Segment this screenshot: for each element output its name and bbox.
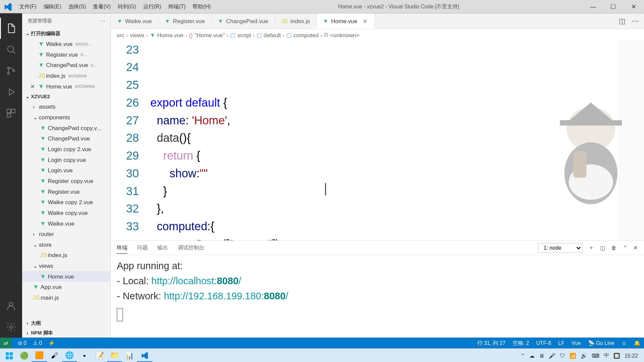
- port-icon[interactable]: ⚡: [48, 340, 55, 346]
- new-terminal-icon[interactable]: ＋: [589, 244, 594, 251]
- taskbar-app-icon[interactable]: 📝: [92, 349, 107, 362]
- tray-icon[interactable]: 🎤: [549, 353, 555, 359]
- indent-indicator[interactable]: 空格: 2: [513, 339, 529, 347]
- split-editor-icon[interactable]: ◫: [619, 17, 626, 25]
- breadcrumb[interactable]: src› views› ▼Home.vue› {}"Home.vue"› ▢sc…: [111, 29, 644, 41]
- open-editor-item[interactable]: ▼ChangePwd.vues...: [22, 60, 111, 70]
- errors-count[interactable]: ⊘ 0: [18, 340, 26, 346]
- open-editor-item[interactable]: ✕▼Home.vuesrc\views: [22, 81, 111, 92]
- taskbar-cmd-icon[interactable]: ▪: [77, 349, 92, 362]
- remote-indicator[interactable]: ⇄: [0, 338, 11, 348]
- tray-icon[interactable]: 🖥: [539, 353, 544, 359]
- taskbar-app-icon[interactable]: 🖌: [47, 349, 62, 362]
- file-item[interactable]: ▼Register copy.vue: [22, 176, 111, 186]
- debug-console-tab[interactable]: 调试控制台: [178, 242, 204, 253]
- menu-view[interactable]: 查看(V): [90, 3, 114, 10]
- file-item[interactable]: ▼Login.vue: [22, 165, 111, 176]
- split-terminal-icon[interactable]: ◫: [600, 245, 605, 251]
- editor-tab[interactable]: JSindex.js: [275, 13, 317, 29]
- problems-tab[interactable]: 问题: [137, 242, 148, 253]
- open-editor-item[interactable]: JSindex.jssrc\store: [22, 70, 111, 81]
- tray-volume-icon[interactable]: 🔊: [581, 353, 587, 359]
- editor-tab[interactable]: ▼Home.vue✕: [317, 13, 375, 29]
- menu-goto[interactable]: 转到(G): [114, 3, 140, 10]
- menu-bar: 文件(F) 编辑(E) 选择(S) 查看(V) 转到(G) 运行(R) 终端(T…: [15, 3, 214, 10]
- folder-item[interactable]: ›router: [22, 229, 111, 239]
- encoding-indicator[interactable]: UTF-8: [536, 340, 551, 346]
- taskbar-app-icon[interactable]: 🟧: [32, 349, 47, 362]
- folder-item[interactable]: ⌄components: [22, 112, 111, 123]
- file-item[interactable]: ▼App.vue: [22, 282, 111, 292]
- editor-tab[interactable]: ▼ChangePwd.vue: [212, 13, 275, 29]
- feedback-icon[interactable]: ☺: [621, 340, 627, 346]
- more-actions-icon[interactable]: ⋯: [632, 17, 639, 25]
- tray-icon[interactable]: 中: [604, 352, 609, 359]
- taskbar-vscode-icon[interactable]: [137, 349, 152, 362]
- file-item[interactable]: ▼Home.vue: [22, 271, 111, 282]
- warnings-count[interactable]: ⚠ 0: [33, 340, 42, 346]
- project-header[interactable]: ⌄XZVUE2: [22, 92, 111, 101]
- menu-edit[interactable]: 编辑(E): [40, 3, 65, 10]
- file-item[interactable]: ▼ChangePwd.vue: [22, 133, 111, 144]
- folder-item[interactable]: ›assets: [22, 101, 111, 112]
- settings-gear-icon[interactable]: [0, 316, 22, 338]
- menu-select[interactable]: 选择(S): [65, 3, 90, 10]
- minimize-button[interactable]: —: [583, 3, 603, 10]
- editor-tab[interactable]: ▼Register.vue: [158, 13, 211, 29]
- open-editor-item[interactable]: ▼Register.vues...: [22, 49, 111, 60]
- source-control-icon[interactable]: [0, 60, 22, 81]
- open-editor-item[interactable]: ▼Waike.vuesrc\co...: [22, 39, 111, 49]
- close-button[interactable]: ✕: [624, 3, 644, 10]
- sidebar-more-icon[interactable]: ⋯: [100, 18, 105, 24]
- taskbar-powerpoint-icon[interactable]: 📊: [122, 349, 137, 362]
- taskbar-explorer-icon[interactable]: 📁: [107, 349, 122, 362]
- folder-item[interactable]: ⌄views: [22, 260, 111, 271]
- tray-icon[interactable]: ☁: [529, 353, 535, 359]
- tray-wifi-icon[interactable]: 📶: [570, 353, 576, 359]
- file-item[interactable]: ▼Waike.vue: [22, 218, 111, 229]
- tray-icon[interactable]: 🔲: [613, 353, 620, 359]
- panel-close-icon[interactable]: ✕: [633, 245, 638, 251]
- menu-help[interactable]: 帮助(H): [189, 3, 214, 10]
- run-debug-icon[interactable]: [0, 81, 22, 103]
- extensions-icon[interactable]: [0, 103, 22, 124]
- panel-up-icon[interactable]: ⌃: [623, 245, 627, 251]
- open-editors-header[interactable]: ⌄打开的编辑器: [22, 29, 111, 39]
- kill-terminal-icon[interactable]: 🗑: [611, 245, 616, 251]
- file-item[interactable]: JSmain.js: [22, 292, 111, 303]
- file-item[interactable]: ▼Login copy 2.vue: [22, 144, 111, 155]
- menu-terminal[interactable]: 终端(T): [165, 3, 189, 10]
- search-icon[interactable]: [0, 39, 22, 60]
- go-live-button[interactable]: 📡 Go Live: [588, 340, 614, 346]
- npm-header[interactable]: ›NPM 脚本: [22, 328, 111, 338]
- explorer-icon[interactable]: [0, 18, 22, 39]
- terminal-tab[interactable]: 终端: [117, 242, 127, 253]
- language-indicator[interactable]: Vue: [572, 340, 581, 346]
- menu-run[interactable]: 运行(R): [140, 3, 165, 10]
- file-item[interactable]: ▼Register.vue: [22, 186, 111, 197]
- tray-ime-icon[interactable]: ⌨: [592, 353, 599, 359]
- start-button[interactable]: [2, 349, 17, 362]
- taskbar-app-icon[interactable]: 🟢: [17, 349, 32, 362]
- maximize-button[interactable]: ☐: [603, 3, 624, 10]
- output-tab[interactable]: 输出: [157, 242, 168, 253]
- account-icon[interactable]: [0, 295, 22, 316]
- tray-up-icon[interactable]: ⌃: [521, 353, 525, 359]
- tray-icon[interactable]: 🛡: [560, 353, 565, 359]
- terminal-select[interactable]: 1: node: [538, 243, 583, 253]
- tray-clock[interactable]: 15:22: [625, 353, 638, 359]
- menu-file[interactable]: 文件(F): [15, 3, 40, 10]
- folder-item[interactable]: ⌄store: [22, 239, 111, 250]
- file-item[interactable]: ▼Login copy.vue: [22, 154, 111, 165]
- cursor-position[interactable]: 行 31, 列 27: [477, 339, 505, 347]
- file-item[interactable]: ▼Waike copy 2.vue: [22, 197, 111, 207]
- taskbar-chrome-icon[interactable]: 🌐: [62, 349, 77, 362]
- file-item[interactable]: JSindex.js: [22, 250, 111, 260]
- editor-tab[interactable]: ▼Waike.vue: [111, 13, 159, 29]
- file-item[interactable]: ▼Waike copy.vue: [22, 207, 111, 218]
- file-item[interactable]: ▼ChangePwd copy.v...: [22, 122, 111, 133]
- outline-header[interactable]: ›大纲: [22, 318, 111, 328]
- terminal-output[interactable]: App running at: - Local: http://localhos…: [111, 255, 644, 338]
- bell-icon[interactable]: 🔔: [634, 340, 641, 346]
- eol-indicator[interactable]: LF: [558, 340, 564, 346]
